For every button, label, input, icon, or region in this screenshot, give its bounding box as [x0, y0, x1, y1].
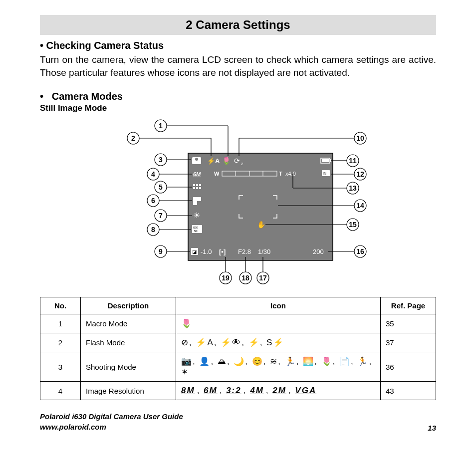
svg-text:11: 11 — [349, 157, 357, 165]
svg-text:19: 19 — [222, 274, 230, 282]
cell-page: 36 — [381, 352, 436, 382]
section-camera-modes-heading: • Camera Modes — [40, 91, 436, 102]
cell-no: 4 — [40, 382, 81, 400]
page-number: 13 — [428, 424, 436, 432]
section-checking-status-heading: • Checking Camera Status — [40, 40, 436, 51]
zoom-tele-label: T — [279, 171, 282, 177]
svg-rect-5 — [322, 159, 329, 162]
zoom-value: x4.0 — [285, 171, 296, 177]
still-image-mode-heading: Still Image Mode — [40, 103, 436, 113]
svg-text:16: 16 — [356, 247, 364, 255]
lcd-diagram: ⚡A 🌷 ⟳ 2 6M W T x4.0 IN — [40, 118, 436, 288]
timer-icon: ⟳ — [234, 157, 240, 165]
svg-text:8: 8 — [151, 226, 155, 234]
page-footer: Polaroid i630 Digital Camera User Guide … — [40, 411, 436, 432]
svg-text:ISO: ISO — [193, 226, 199, 229]
cell-no: 2 — [40, 333, 81, 352]
table-row: 4 Image Resolution 8M, 6M, 3:2, 4M, 2M, … — [40, 382, 436, 400]
cell-desc: Shooting Mode — [81, 352, 176, 382]
cell-desc: Image Resolution — [81, 382, 176, 400]
cell-icon: 8M, 6M, 3:2, 4M, 2M, VGA — [176, 382, 381, 400]
svg-rect-14 — [193, 187, 195, 189]
svg-text:17: 17 — [259, 274, 267, 282]
cell-page: 43 — [381, 382, 436, 400]
cell-page: 37 — [381, 333, 436, 352]
svg-text:10: 10 — [356, 134, 364, 142]
aperture-value: F2.8 — [238, 248, 251, 255]
svg-text:14: 14 — [356, 202, 364, 210]
svg-text:2: 2 — [131, 134, 135, 142]
footer-guide-title: Polaroid i630 Digital Camera User Guide — [40, 411, 183, 422]
cell-desc: Flash Mode — [81, 333, 176, 352]
bullet: • — [40, 91, 43, 102]
cell-no: 1 — [40, 314, 81, 333]
svg-text:6: 6 — [151, 197, 155, 205]
white-balance-icon: ☀ — [193, 211, 200, 220]
reference-table: No. Description Icon Ref. Page 1 Macro M… — [40, 297, 436, 400]
page-title: 2 Camera Settings — [40, 15, 436, 35]
section-checking-status-body: Turn on the camera, view the camera LCD … — [40, 53, 436, 79]
heading-text: Checking Camera Status — [46, 40, 164, 51]
svg-text:50: 50 — [194, 230, 198, 233]
svg-rect-12 — [196, 184, 198, 186]
cell-icon: 📷, 👤, ⛰, 🌙, 😊, ≋, 🏃, 🌅, 🌷, 📄, 🏃, ✶ — [176, 352, 381, 382]
bullet: • — [40, 40, 43, 51]
svg-text:18: 18 — [241, 274, 249, 282]
svg-point-2 — [195, 158, 198, 161]
table-row: 1 Macro Mode 🌷 35 — [40, 314, 436, 333]
svg-text:5: 5 — [159, 183, 163, 191]
svg-rect-11 — [193, 184, 195, 186]
shake-warning-icon: ✋ — [257, 221, 266, 229]
storage-indicator: IN — [323, 172, 326, 175]
shots-remaining: 200 — [313, 248, 324, 255]
cell-page: 35 — [381, 314, 436, 333]
macro-icon: 🌷 — [222, 157, 231, 165]
svg-text:◪: ◪ — [192, 249, 197, 254]
col-no: No. — [40, 297, 81, 314]
col-ref-page: Ref. Page — [381, 297, 436, 314]
svg-text:4: 4 — [151, 170, 155, 178]
svg-rect-4 — [330, 159, 331, 162]
heading-text: Camera Modes — [52, 91, 123, 102]
svg-text:12: 12 — [356, 170, 364, 178]
col-icon: Icon — [176, 297, 381, 314]
col-description: Description — [81, 297, 176, 314]
exposure-value: -1.0 — [201, 248, 212, 255]
svg-text:3: 3 — [159, 156, 163, 164]
svg-text:1: 1 — [159, 122, 163, 130]
cell-desc: Macro Mode — [81, 314, 176, 333]
table-row: 3 Shooting Mode 📷, 👤, ⛰, 🌙, 😊, ≋, 🏃, 🌅, … — [40, 352, 436, 382]
cell-icon: ⊘, ⚡A, ⚡👁, ⚡, S⚡ — [176, 333, 381, 352]
svg-rect-13 — [199, 184, 201, 186]
svg-rect-0 — [188, 153, 333, 260]
footer-url: www.polaroid.com — [40, 422, 183, 432]
svg-text:7: 7 — [159, 212, 163, 220]
svg-text:13: 13 — [349, 184, 357, 192]
resolution-indicator: 6M — [193, 171, 201, 177]
flash-auto-icon: ⚡A — [207, 157, 220, 165]
shutter-value: 1/30 — [258, 248, 270, 255]
cell-no: 3 — [40, 352, 81, 382]
svg-rect-16 — [199, 187, 201, 189]
metering-icon: [▪] — [219, 248, 226, 255]
cell-icon: 🌷 — [176, 314, 381, 333]
table-row: 2 Flash Mode ⊘, ⚡A, ⚡👁, ⚡, S⚡ 37 — [40, 333, 436, 352]
svg-text:9: 9 — [159, 247, 163, 255]
zoom-wide-label: W — [214, 171, 220, 177]
svg-text:15: 15 — [349, 221, 357, 229]
svg-rect-15 — [196, 187, 198, 189]
timer-sub: 2 — [241, 162, 243, 166]
